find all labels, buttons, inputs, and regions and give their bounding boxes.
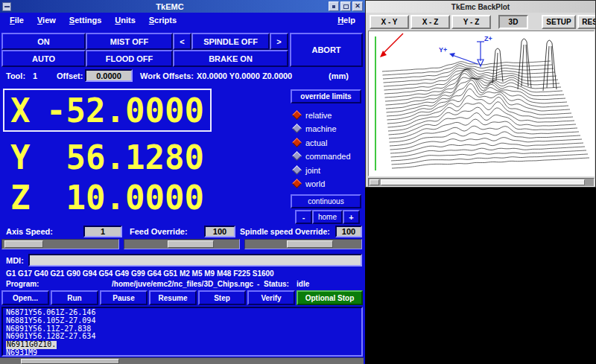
gcode-line: N6931M9 bbox=[6, 349, 358, 357]
desktop: { "tkemc": { "title": "TkEMC", "window_c… bbox=[0, 0, 596, 364]
tab-reset[interactable]: RESET bbox=[577, 15, 596, 29]
backplot-titlebar[interactable]: TkEmc BackPlot bbox=[366, 1, 595, 13]
run-button[interactable]: Run bbox=[51, 290, 98, 305]
backplot-plot-area[interactable]: Z+ Y+ bbox=[368, 31, 595, 176]
spindle-button[interactable]: SPINDLE OFF bbox=[191, 33, 270, 50]
backplot-wireframe bbox=[382, 61, 589, 168]
radio-machine[interactable]: machine bbox=[294, 122, 337, 135]
radio-label: actual bbox=[305, 138, 327, 147]
radio-world[interactable]: world bbox=[294, 177, 325, 190]
axis-z-letter: Z bbox=[10, 179, 31, 217]
wireframe-post bbox=[492, 48, 503, 83]
radio-indicator-icon bbox=[292, 110, 302, 120]
jog-plus-button[interactable]: + bbox=[343, 210, 360, 224]
tool-label: Tool: bbox=[6, 71, 25, 80]
feed-override-entry[interactable]: 100 bbox=[204, 226, 235, 237]
step-button[interactable]: Step bbox=[198, 290, 246, 305]
override-limits-button[interactable]: override limits bbox=[291, 89, 361, 103]
tab-xy[interactable]: X - Y bbox=[370, 15, 409, 29]
gcode-line: N6901Y56.128Z-27.634 bbox=[6, 333, 358, 341]
scrollbar-thumb[interactable] bbox=[381, 179, 585, 185]
mdi-input[interactable] bbox=[28, 254, 362, 266]
brake-button[interactable]: BRAKE ON bbox=[173, 50, 288, 67]
minimize-button[interactable] bbox=[329, 1, 339, 11]
offset-entry[interactable]: 0.0000 bbox=[85, 69, 133, 82]
feed-override-label: Feed Override: bbox=[130, 227, 188, 236]
window-menu-icon[interactable] bbox=[2, 2, 11, 11]
radio-indicator-icon bbox=[292, 179, 302, 188]
tool-marker-icon bbox=[449, 42, 484, 66]
program-hscrollbar[interactable] bbox=[0, 357, 364, 364]
tkemc-window: TkEMC ✕ File View Settings Units Scripts… bbox=[0, 0, 365, 364]
radio-label: commanded bbox=[305, 152, 351, 161]
menu-help[interactable]: Help bbox=[331, 13, 362, 28]
tab-xz[interactable]: X - Z bbox=[410, 15, 450, 29]
menu-file[interactable]: File bbox=[3, 13, 31, 28]
spindle-override-slider[interactable] bbox=[244, 239, 362, 249]
scrollbar-thumb[interactable] bbox=[21, 359, 119, 364]
jog-mode-button[interactable]: continuous bbox=[291, 194, 361, 208]
axis-speed-slider[interactable] bbox=[1, 239, 119, 249]
menu-units[interactable]: Units bbox=[108, 13, 142, 28]
axis-x-value: -52.0000 bbox=[46, 92, 204, 130]
close-button[interactable]: ✕ bbox=[352, 1, 363, 11]
axis-z-readout[interactable]: Z 10.0000 bbox=[3, 179, 212, 215]
radio-label: world bbox=[305, 179, 325, 188]
z-axis-label: Z+ bbox=[484, 35, 492, 42]
radio-label: machine bbox=[305, 124, 337, 133]
wireframe-post bbox=[543, 40, 557, 91]
axis-y-value: 56.1280 bbox=[66, 138, 204, 176]
tab-3d[interactable]: 3D bbox=[498, 15, 528, 29]
radio-label: relative bbox=[305, 111, 332, 120]
radio-relative[interactable]: relative bbox=[294, 109, 332, 121]
home-button[interactable]: home bbox=[312, 210, 343, 224]
tkemc-titlebar[interactable]: TkEMC ✕ bbox=[0, 0, 365, 13]
radio-indicator-icon bbox=[292, 124, 302, 133]
open-button[interactable]: Open... bbox=[1, 290, 49, 305]
optional-stop-button[interactable]: Optional Stop bbox=[297, 290, 363, 305]
tab-yz[interactable]: Y - Z bbox=[451, 15, 491, 29]
abort-button[interactable]: ABORT bbox=[290, 33, 363, 67]
tab-setup[interactable]: SETUP bbox=[542, 15, 576, 29]
window-title: TkEMC bbox=[11, 2, 329, 11]
radio-commanded[interactable]: commanded bbox=[294, 150, 351, 162]
axis-x-readout[interactable]: X -52.0000 bbox=[3, 89, 212, 132]
axis-speed-entry[interactable]: 1 bbox=[83, 226, 122, 237]
axis-y-readout[interactable]: Y 56.1280 bbox=[3, 139, 212, 175]
work-offsets-label: Work Offsets: bbox=[140, 71, 194, 80]
backplot-canvas[interactable]: Z+ Y+ bbox=[369, 31, 594, 176]
mdi-label: MDI: bbox=[6, 256, 24, 265]
active-gcodes: G1 G17 G40 G21 G90 G94 G54 G49 G99 G64 G… bbox=[6, 269, 274, 278]
backplot-hscrollbar[interactable] bbox=[368, 178, 595, 187]
menu-settings[interactable]: Settings bbox=[63, 13, 108, 28]
menu-view[interactable]: View bbox=[31, 13, 63, 28]
y-axis-label: Y+ bbox=[439, 46, 447, 54]
slider-thumb[interactable] bbox=[287, 240, 333, 248]
mist-button[interactable]: MIST OFF bbox=[86, 33, 173, 50]
mode-auto-button[interactable]: AUTO bbox=[1, 50, 86, 67]
resume-button[interactable]: Resume bbox=[149, 290, 197, 305]
radio-actual[interactable]: actual bbox=[294, 136, 327, 149]
flood-button[interactable]: FLOOD OFF bbox=[86, 50, 173, 67]
backplot-title: TkEmc BackPlot bbox=[451, 3, 510, 11]
status-dash: - bbox=[257, 280, 259, 288]
maximize-button[interactable] bbox=[340, 1, 351, 11]
program-text-area[interactable]: N6871Y56.061Z-26.146 N6881Y56.105Z-27.09… bbox=[1, 307, 363, 357]
feed-override-slider[interactable] bbox=[124, 239, 240, 249]
radio-indicator-icon bbox=[292, 165, 302, 175]
pause-button[interactable]: Pause bbox=[100, 290, 148, 305]
program-label: Program: bbox=[6, 280, 39, 288]
menu-scripts[interactable]: Scripts bbox=[142, 13, 183, 28]
radio-joint[interactable]: joint bbox=[294, 164, 320, 176]
verify-button[interactable]: Verify bbox=[247, 290, 295, 305]
slider-thumb[interactable] bbox=[4, 240, 43, 248]
machine-on-button[interactable]: ON bbox=[1, 33, 86, 50]
slider-thumb[interactable] bbox=[168, 240, 214, 248]
spindle-override-entry[interactable]: 100 bbox=[335, 226, 362, 237]
spindle-decrease-button[interactable]: < bbox=[173, 33, 191, 50]
program-status-row: Program: /home/juve/emc2/nc_files/3D_Chi… bbox=[0, 280, 365, 289]
spindle-increase-button[interactable]: > bbox=[270, 33, 288, 50]
scrollbar-button[interactable] bbox=[370, 179, 379, 185]
window-controls: ✕ bbox=[329, 1, 363, 11]
jog-minus-button[interactable]: - bbox=[295, 210, 312, 224]
